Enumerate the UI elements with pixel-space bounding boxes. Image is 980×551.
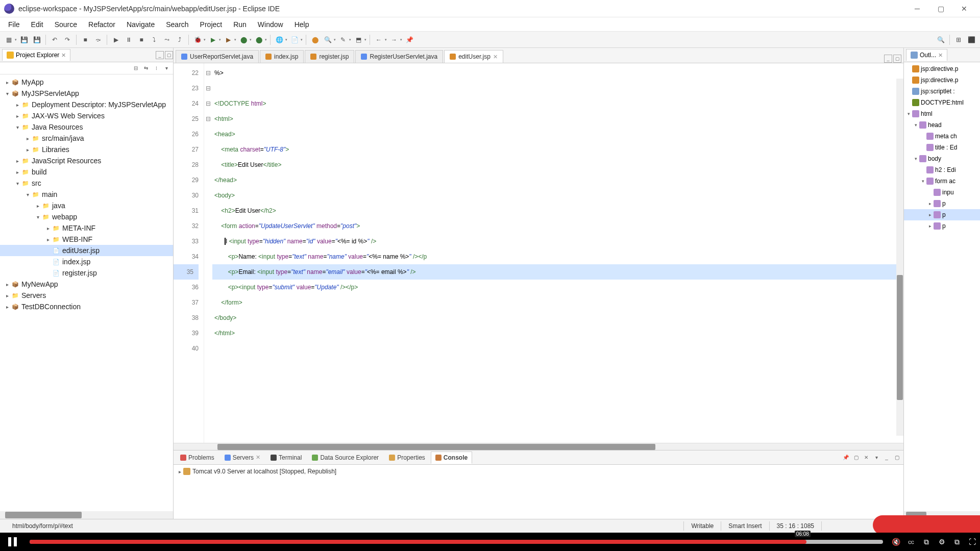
outline-node[interactable]: title : Ed (904, 142, 980, 153)
bottom-tab-console[interactable]: Console (431, 452, 472, 464)
outline-node[interactable]: ▾head (904, 119, 980, 131)
outline-tree[interactable]: jsp:directive.pjsp:directive.pjsp:script… (904, 62, 980, 511)
editor-tab[interactable]: RegisterUserServlet.java (355, 50, 443, 63)
outline-node[interactable]: DOCTYPE:html (904, 97, 980, 108)
tree-node[interactable]: ▸📁Deployment Descriptor: MyJSPServletApp (0, 99, 173, 110)
mute-icon[interactable]: 🔇 (888, 534, 903, 549)
editor-minimize-button[interactable]: _ (884, 55, 892, 63)
tree-node[interactable]: ▾📁webapp (0, 211, 173, 222)
toggle-mark-button[interactable]: ⬒ (353, 34, 364, 45)
pip-icon[interactable]: ⧉ (949, 534, 965, 549)
search-button[interactable]: 🔍 (322, 34, 333, 45)
save-all-button[interactable]: 💾 (31, 34, 42, 45)
line-gutter[interactable]: 22232425262728293031323334353637383940 (174, 63, 204, 443)
collapse-all-button[interactable]: ⊟ (131, 64, 140, 73)
editor-maximize-button[interactable]: ▢ (893, 55, 901, 63)
tree-node[interactable]: ▸📦TestDBConnection (0, 301, 173, 312)
code-editor[interactable]: 22232425262728293031323334353637383940 ⊟… (174, 63, 903, 443)
outline-node[interactable]: jsp:scriptlet : (904, 86, 980, 97)
java-ee-perspective-button[interactable]: ⬛ (966, 34, 977, 45)
project-explorer-tab[interactable]: Project Explorer ✕ (2, 49, 70, 61)
menu-search[interactable]: Search (161, 19, 193, 30)
step-into-button[interactable]: ⤵ (149, 34, 160, 45)
fold-column[interactable]: ⊟⊟⊟⊟ (204, 63, 212, 443)
skip-button[interactable]: ⤼ (92, 34, 104, 45)
editor-tab[interactable]: editUser.jsp✕ (444, 50, 503, 63)
pin-button[interactable]: 📌 (404, 34, 415, 45)
outline-node[interactable]: jsp:directive.p (904, 63, 980, 74)
view-minimize-button[interactable]: _ (156, 51, 164, 59)
server-start-button[interactable]: ⬤ (253, 34, 264, 45)
step-over-button[interactable]: ⤳ (161, 34, 173, 45)
quality-icon[interactable]: ⧉ (919, 534, 934, 549)
tree-node[interactable]: ▸📁src/main/java (0, 133, 173, 144)
bottom-tab-problems[interactable]: Problems (176, 452, 219, 464)
open-perspective-button[interactable]: ⊞ (953, 34, 964, 45)
tree-node[interactable]: ▸📁WEB-INF (0, 234, 173, 245)
close-icon[interactable]: ✕ (493, 54, 498, 60)
back-button[interactable]: ← (373, 34, 384, 45)
outline-node[interactable]: ▸p (904, 198, 980, 209)
bottom-tab-servers[interactable]: Servers✕ (220, 452, 265, 464)
editor-vscroll[interactable] (896, 79, 903, 436)
pause-button[interactable] (0, 533, 24, 551)
menu-navigate[interactable]: Navigate (121, 19, 160, 30)
outline-node[interactable]: inpu (904, 187, 980, 198)
tree-node[interactable]: ▾📁main (0, 189, 173, 200)
redo-button[interactable]: ↷ (62, 34, 73, 45)
new-jsp-button[interactable]: 📄 (289, 34, 300, 45)
tree-node[interactable]: ▸📁java (0, 200, 173, 211)
tree-node[interactable]: 📄index.jsp (0, 256, 173, 267)
tree-node[interactable]: ▸📁Servers (0, 290, 173, 301)
menu-file[interactable]: File (3, 19, 25, 30)
filter-button[interactable]: ⫶ (152, 64, 161, 73)
run-button[interactable]: ▶ (207, 34, 218, 45)
outline-node[interactable]: jsp:directive.p (904, 74, 980, 86)
settings-icon[interactable]: ⚙ (934, 534, 949, 549)
menu-run[interactable]: Run (228, 19, 252, 30)
outline-node[interactable]: ▸p (904, 220, 980, 232)
console-open-button[interactable]: ▾ (872, 453, 881, 462)
project-tree[interactable]: ▸📦MyApp▾📦MyJSPServletApp▸📁Deployment Des… (0, 74, 173, 511)
editor-hscroll[interactable] (174, 443, 903, 450)
video-progress[interactable]: 06:08 (30, 540, 883, 544)
annotate-button[interactable]: ✎ (337, 34, 349, 45)
console-display-button[interactable]: ▢ (851, 453, 861, 462)
undo-button[interactable]: ↶ (49, 34, 60, 45)
menu-help[interactable]: Help (289, 19, 314, 30)
terminate-button[interactable]: ■ (136, 34, 147, 45)
outline-tab[interactable]: Outl... ✕ (906, 49, 947, 61)
bottom-tab-terminal[interactable]: Terminal (266, 452, 306, 464)
tree-node[interactable]: ▸📁JAX-WS Web Services (0, 110, 173, 121)
outline-node[interactable]: meta ch (904, 131, 980, 142)
menu-window[interactable]: Window (253, 19, 288, 30)
pe-hscroll[interactable] (0, 511, 173, 519)
bottom-tab-data-source-explorer[interactable]: Data Source Explorer (307, 452, 383, 464)
view-menu-button[interactable]: ▾ (162, 64, 171, 73)
cc-icon[interactable]: ㏄ (903, 534, 919, 549)
link-editor-button[interactable]: ⇆ (141, 64, 151, 73)
fullscreen-icon[interactable]: ⛶ (965, 534, 980, 549)
new-server-button[interactable]: 🌐 (274, 34, 285, 45)
outline-node[interactable]: h2 : Edi (904, 164, 980, 176)
stop-button[interactable]: ■ (80, 34, 91, 45)
open-type-button[interactable]: ⬤ (309, 34, 321, 45)
tree-node[interactable]: ▸📁build (0, 166, 173, 178)
minimize-button[interactable]: ─ (905, 0, 929, 17)
console-remove-button[interactable]: ✕ (862, 453, 871, 462)
tree-node[interactable]: ▸📁META-INF (0, 222, 173, 234)
tree-node[interactable]: ▸📁Libraries (0, 144, 173, 155)
tree-node[interactable]: ▾📦MyJSPServletApp (0, 88, 173, 99)
tree-node[interactable]: ▾📁Java Resources (0, 121, 173, 133)
tree-node[interactable]: ▸📦MyNewApp (0, 279, 173, 290)
close-icon[interactable]: ✕ (61, 52, 66, 59)
coverage-button[interactable]: ⬤ (238, 34, 249, 45)
outline-node[interactable]: ▸p (904, 209, 980, 220)
forward-button[interactable]: → (388, 34, 400, 45)
tree-node[interactable]: ▾📁src (0, 178, 173, 189)
outline-node[interactable]: ▾body (904, 153, 980, 164)
new-button[interactable]: ▦ (3, 34, 14, 45)
debug-button[interactable]: 🐞 (192, 34, 203, 45)
subscribe-bubble[interactable] (873, 515, 980, 535)
menu-edit[interactable]: Edit (26, 19, 48, 30)
